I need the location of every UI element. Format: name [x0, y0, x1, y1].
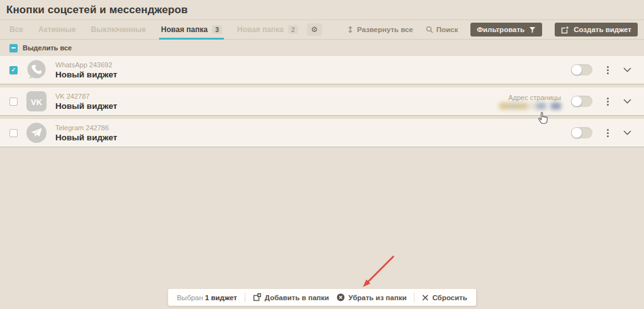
widget-row-vk: VK VK 242787 Новый виджет Адрес страницы — [0, 87, 644, 115]
gear-icon: ⚙ — [311, 26, 318, 33]
search-label: Поиск — [436, 26, 458, 33]
row-text: Telegram 242786 Новый виджет — [55, 124, 117, 142]
row-controls — [571, 127, 631, 138]
chevron-down-icon[interactable] — [623, 130, 631, 135]
tab-count-badge: 2 — [288, 25, 298, 34]
widget-enabled-toggle[interactable] — [571, 64, 592, 76]
row-checkbox[interactable] — [9, 129, 18, 137]
toggle-knob — [572, 128, 582, 138]
remove-from-folder-button[interactable]: Убрать из папки — [336, 293, 406, 301]
expand-all-label: Развернуть все — [357, 26, 413, 33]
widget-enabled-toggle[interactable] — [571, 127, 592, 138]
page-header: Кнопки соцсетей и мессенджеров — [0, 0, 644, 20]
remove-folder-icon — [336, 293, 345, 301]
kebab-menu-icon[interactable] — [606, 128, 610, 138]
page-address-label: Адрес страницы — [508, 94, 561, 101]
toolbar-right: Развернуть все Поиск Фильтровать Создать… — [347, 20, 638, 39]
page-address: Адрес страницы — [499, 94, 561, 110]
search-button[interactable]: Поиск — [426, 26, 458, 33]
tab-bar: Все Активные Выключенные Новая папка 3 Н… — [0, 20, 644, 40]
kebab-menu-icon[interactable] — [606, 96, 610, 107]
tab-label: Активные — [38, 25, 75, 34]
tab-label: Все — [9, 25, 23, 34]
reset-selection-button[interactable]: Сбросить — [422, 294, 467, 301]
tab-count-badge: 3 — [212, 25, 222, 34]
reset-label: Сбросить — [432, 294, 467, 301]
remove-from-folder-label: Убрать из папки — [348, 294, 406, 301]
red-arrow-annotation — [355, 252, 401, 292]
create-widget-button[interactable]: Создать виджет — [555, 23, 638, 37]
filter-icon — [529, 26, 536, 33]
select-all-bar: Выделить все — [0, 40, 644, 56]
row-controls: Адрес страницы — [499, 94, 631, 110]
tab-label: Новая папка — [161, 25, 208, 34]
select-all-label: Выделить все — [23, 44, 72, 52]
widget-enabled-toggle[interactable] — [571, 96, 592, 107]
row-text: VK 242787 Новый виджет — [55, 93, 117, 111]
add-folder-icon — [253, 293, 261, 301]
widget-title: Новый виджет — [55, 101, 117, 111]
widget-id: WhatsApp 243692 — [55, 61, 117, 69]
chevron-down-icon[interactable] — [623, 99, 631, 104]
filter-label: Фильтровать — [477, 26, 525, 33]
row-text: WhatsApp 243692 Новый виджет — [55, 61, 117, 79]
toggle-knob — [572, 65, 582, 75]
row-checkbox[interactable] — [9, 98, 18, 106]
expand-all-icon — [347, 25, 354, 34]
filter-button[interactable]: Фильтровать — [470, 23, 542, 37]
widget-id: Telegram 242786 — [55, 124, 117, 132]
toggle-knob — [572, 96, 582, 106]
tab-new-folder-2[interactable]: Новая папка 2 — [237, 20, 298, 39]
page-address-value-blurred — [499, 103, 561, 110]
divider — [245, 293, 245, 302]
chevron-down-icon[interactable] — [623, 67, 631, 72]
add-to-folders-button[interactable]: Добавить в папки — [253, 293, 329, 301]
tab-all[interactable]: Все — [9, 20, 23, 39]
selected-prefix: Выбран — [177, 294, 203, 301]
hand-cursor — [538, 112, 548, 125]
widget-title: Новый виджет — [55, 70, 117, 79]
widget-list: WhatsApp 243692 Новый виджет VK VK 24278… — [0, 56, 644, 147]
create-widget-icon — [561, 26, 569, 34]
kebab-menu-icon[interactable] — [606, 65, 610, 76]
selected-count: Выбран1 виджет — [177, 294, 237, 301]
svg-text:VK: VK — [31, 98, 43, 107]
row-controls — [571, 64, 631, 76]
page-title: Кнопки соцсетей и мессенджеров — [6, 4, 636, 16]
reset-icon — [422, 295, 428, 301]
widget-id: VK 242787 — [55, 93, 117, 100]
select-all-checkbox[interactable] — [9, 44, 18, 52]
selected-value: 1 виджет — [205, 294, 237, 301]
widget-title: Новый виджет — [55, 133, 117, 142]
tab-active[interactable]: Активные — [38, 20, 75, 39]
search-icon — [426, 26, 433, 33]
tab-label: Новая папка — [237, 25, 284, 34]
tab-new-folder-1[interactable]: Новая папка 3 — [161, 20, 222, 39]
tab-label: Выключенные — [91, 25, 147, 34]
telegram-icon — [26, 122, 47, 143]
vk-icon: VK — [26, 91, 47, 112]
selection-action-bar: Выбран1 виджет Добавить в папки Убрать и… — [168, 289, 476, 306]
whatsapp-icon — [26, 59, 47, 81]
widget-row-whatsapp: WhatsApp 243692 Новый виджет — [0, 56, 644, 84]
expand-all-button[interactable]: Развернуть все — [347, 25, 413, 34]
divider — [414, 293, 414, 302]
tabs: Все Активные Выключенные Новая папка 3 Н… — [9, 20, 298, 39]
folders-settings-button[interactable]: ⚙ — [307, 23, 322, 36]
add-to-folders-label: Добавить в папки — [265, 294, 329, 301]
tab-disabled[interactable]: Выключенные — [91, 20, 147, 39]
row-checkbox[interactable] — [9, 66, 18, 74]
create-widget-label: Создать виджет — [574, 26, 631, 33]
